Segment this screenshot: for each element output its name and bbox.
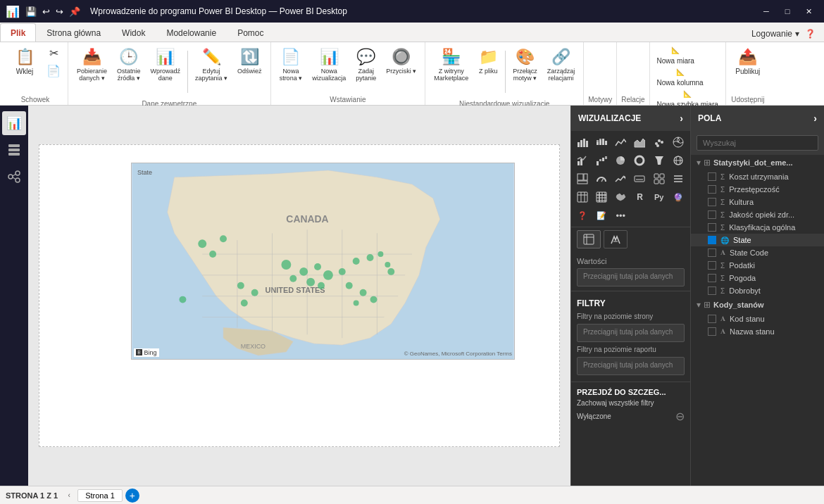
field-state-checkbox[interactable] (708, 236, 716, 244)
field-koszt[interactable]: Σ Koszt utrzymania (691, 170, 824, 183)
viz-pie[interactable] (612, 152, 629, 169)
viz-stacked-bar[interactable] (593, 134, 610, 151)
values-drop-area[interactable]: Przeciągnij tutaj pola danych (577, 268, 685, 286)
viz-multicard[interactable] (651, 170, 668, 187)
tab-strona-glowna[interactable]: Strona główna (36, 23, 111, 42)
field-koszt-checkbox[interactable] (708, 172, 716, 181)
viz-combo[interactable] (574, 152, 591, 169)
fields-search-input[interactable] (697, 135, 818, 151)
viz-card[interactable] (631, 170, 648, 187)
field-podatki[interactable]: Σ Podatki (691, 259, 824, 272)
field-jakosc[interactable]: Σ Jakość opieki zdr... (691, 208, 824, 221)
viz-globe[interactable] (670, 152, 687, 169)
field-pogoda-checkbox[interactable] (708, 274, 716, 282)
minimize-button[interactable]: ─ (756, 4, 776, 18)
toolbar-pin[interactable]: 📌 (69, 6, 80, 17)
viz-python[interactable]: Py (651, 189, 668, 206)
manage-relations-button[interactable]: 🔗 Zarządzajrelacjami (543, 45, 580, 84)
viz-funnel[interactable] (651, 152, 668, 169)
viz-format-btn[interactable] (604, 230, 628, 248)
data-view-button[interactable] (2, 138, 26, 162)
field-jakosc-checkbox[interactable] (708, 210, 716, 219)
page-prev-button[interactable]: ‹ (63, 490, 75, 501)
field-podatki-checkbox[interactable] (708, 261, 716, 270)
enter-data-button[interactable]: 📊 Wprowadźdane (146, 45, 185, 84)
paste-button[interactable]: 📋 Wklej (7, 45, 42, 78)
table-kody-header[interactable]: ▾ ⊞ Kody_stanów (691, 297, 824, 313)
field-kod-stanu[interactable]: 𝐀 Kod stanu (691, 313, 824, 325)
report-canvas[interactable]: State CANADA UNITED STATES MEXICO (39, 144, 560, 447)
field-klasyfikacja[interactable]: Σ Klasyfikacja ogólna (691, 221, 824, 234)
marketplace-button[interactable]: 🏪 Z witrynyMarketplace (430, 45, 473, 84)
tab-plik[interactable]: Plik (0, 23, 36, 42)
field-dobrobyt-checkbox[interactable] (708, 286, 716, 295)
toggle-icon[interactable]: ⊖ (675, 410, 685, 423)
field-nazwa-stanu[interactable]: 𝐀 Nazwa stanu (691, 325, 824, 338)
buttons-button[interactable]: 🔘 Przyciski ▾ (382, 45, 420, 77)
refresh-button[interactable]: 🔃 Odśwież (233, 45, 266, 77)
close-button[interactable]: ✕ (799, 4, 818, 18)
viz-waterfall[interactable] (593, 152, 610, 169)
viz-qna[interactable]: ❓ (574, 207, 591, 224)
field-kultura-checkbox[interactable] (708, 198, 716, 206)
toolbar-save[interactable]: 💾 (25, 6, 37, 17)
viz-slicer[interactable] (670, 170, 687, 187)
filters-report-drop[interactable]: Przeciągnij tutaj pola danych (577, 357, 685, 375)
viz-table[interactable] (574, 189, 591, 206)
field-pogoda[interactable]: Σ Pogoda (691, 272, 824, 284)
map-visualization[interactable]: State CANADA UNITED STATES MEXICO (131, 163, 515, 360)
cut-button[interactable]: ✂ (44, 45, 63, 61)
field-kultura[interactable]: Σ Kultura (691, 196, 824, 208)
field-state-code[interactable]: 𝐀 State Code (691, 246, 824, 259)
viz-donut[interactable] (631, 152, 648, 169)
field-przestepczosc-checkbox[interactable] (708, 185, 716, 194)
viz-gauge[interactable] (593, 170, 610, 187)
maximize-button[interactable]: □ (778, 4, 797, 18)
toolbar-undo[interactable]: ↩ (42, 6, 50, 17)
publish-button[interactable]: 📤 Publikuj (730, 45, 766, 78)
field-klasyfikacja-checkbox[interactable] (708, 223, 716, 232)
field-state-code-checkbox[interactable] (708, 248, 716, 257)
viz-map[interactable] (670, 134, 687, 151)
field-state[interactable]: 🌐 State (691, 234, 824, 246)
new-column-button[interactable]: 📐 Nowa kolumna (654, 67, 706, 88)
viz-more[interactable]: ••• (612, 207, 629, 224)
viz-filled-map[interactable] (612, 189, 629, 206)
new-page-button[interactable]: 📄 Nowastrona ▾ (275, 45, 307, 84)
page-tab-1[interactable]: Strona 1 (77, 489, 123, 502)
viz-r-visual[interactable]: R (631, 189, 648, 206)
qa-button[interactable]: 💬 Zadajpytanie (351, 45, 380, 84)
field-przestepczosc[interactable]: Σ Przestępczość (691, 183, 824, 196)
edit-queries-button[interactable]: ✏️ Edytujzapytania ▾ (191, 45, 232, 84)
from-file-button[interactable]: 📁 Z pliku (474, 45, 502, 77)
viz-line-chart[interactable] (612, 134, 629, 151)
field-dobrobyt[interactable]: Σ Dobrobyt (691, 284, 824, 297)
table-statystyki-header[interactable]: ▾ ⊞ Statystyki_dot_eme... (691, 155, 824, 170)
viz-scatter[interactable] (651, 134, 668, 151)
viz-smart-narrative[interactable]: 📝 (593, 207, 610, 224)
viz-bar-chart[interactable] (574, 134, 591, 151)
report-view-button[interactable]: 📊 (2, 111, 26, 135)
tab-pomoc[interactable]: Pomoc (227, 23, 274, 42)
viz-area-chart[interactable] (631, 134, 648, 151)
viz-fields-btn[interactable] (577, 230, 601, 248)
new-visual-button[interactable]: 📊 Nowawizualizacja (308, 45, 350, 84)
copy-button[interactable]: 📄 (44, 63, 63, 79)
get-data-button[interactable]: 📥 Pobieraniedanych ▾ (73, 45, 111, 84)
viz-treemap[interactable] (574, 170, 591, 187)
tab-widok[interactable]: Widok (111, 23, 156, 42)
tab-modelowanie[interactable]: Modelowanie (156, 23, 227, 42)
login-button[interactable]: Logowanie ▾ ❓ (743, 26, 824, 42)
theme-button[interactable]: 🎨 Przełączmotyw ▾ (508, 45, 542, 84)
add-page-button[interactable]: + (125, 489, 139, 503)
filters-page-drop[interactable]: Przeciągnij tutaj pola danych (577, 324, 685, 342)
toolbar-redo[interactable]: ↪ (56, 6, 63, 17)
field-kod-stanu-checkbox[interactable] (708, 315, 716, 323)
fields-panel-chevron[interactable]: › (813, 113, 817, 124)
recent-sources-button[interactable]: 🕒 Ostatnieźródła ▾ (113, 45, 145, 84)
viz-matrix[interactable] (593, 189, 610, 206)
field-nazwa-stanu-checkbox[interactable] (708, 327, 716, 336)
new-measure-button[interactable]: 📐 Nowa miara (654, 45, 697, 66)
model-view-button[interactable] (2, 165, 26, 189)
viz-kpi[interactable] (612, 170, 629, 187)
